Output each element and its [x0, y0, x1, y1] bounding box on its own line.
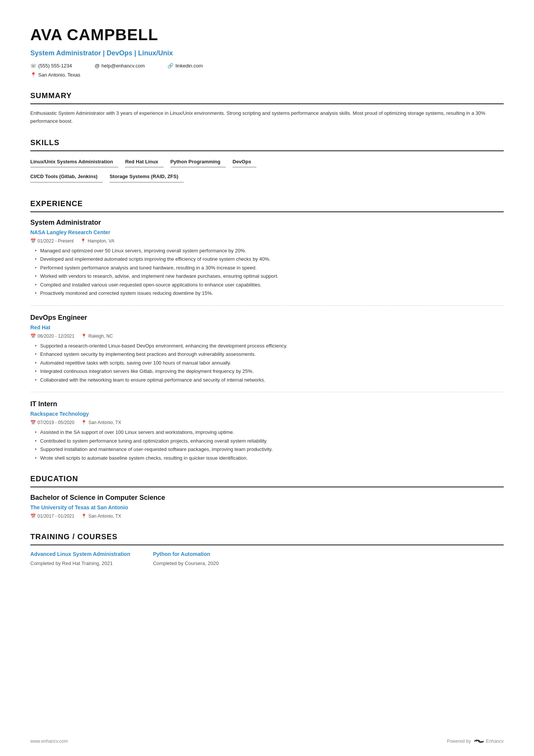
job-2-bullets: Supported a research-oriented Linux-base…: [30, 342, 504, 384]
calendar-icon-3: 📅: [30, 419, 36, 426]
job-2-company: Red Hat: [30, 324, 504, 332]
footer-website: www.enhancv.com: [30, 738, 68, 745]
job-1-meta: 📅 01/2022 - Present 📍 Hampton, VA: [30, 238, 504, 244]
email-contact: @ help@enhancv.com: [95, 62, 145, 70]
candidate-title: System Administrator | DevOps | Linux/Un…: [30, 48, 504, 58]
job-1-title: System Administrator: [30, 218, 504, 228]
summary-title: SUMMARY: [30, 90, 504, 104]
skills-grid: Linux/Unix Systems Administration Red Ha…: [30, 157, 504, 186]
linkedin-contact[interactable]: 🔗 linkedin.com: [167, 62, 203, 70]
job-1-bullets: Managed and optimized over 50 Linux serv…: [30, 247, 504, 297]
edu-entry-1: Bachelor of Science in Computer Science …: [30, 493, 504, 520]
training-section: TRAINING / COURSES Advanced Linux System…: [30, 531, 504, 567]
education-section: EDUCATION Bachelor of Science in Compute…: [30, 473, 504, 520]
skill-3: Python Programming: [170, 157, 226, 168]
job-1-dates: 📅 01/2022 - Present: [30, 238, 73, 244]
skill-2: Red Hat Linux: [125, 157, 163, 168]
job-3: IT Intern Rackspace Technology 📅 07/2019…: [30, 399, 504, 462]
experience-section: EXPERIENCE System Administrator NASA Lan…: [30, 198, 504, 462]
job-3-bullet-4: Wrote shell scripts to automate baseline…: [35, 454, 504, 462]
candidate-name: AVA CAMPBELL: [30, 23, 504, 47]
job-1-bullet-2: Developed and implemented automated scri…: [35, 255, 504, 263]
training-detail-1: Completed by Red Hat Training, 2021: [30, 560, 130, 567]
resume-page: AVA CAMPBELL System Administrator | DevO…: [0, 0, 534, 756]
skills-row-2: CI/CD Tools (Gitlab, Jenkins) Storage Sy…: [30, 171, 504, 185]
training-name-1: Advanced Linux System Administration: [30, 551, 130, 558]
job-2: DevOps Engineer Red Hat 📅 06/2020 - 12/2…: [30, 313, 504, 384]
training-detail-2: Completed by Coursera, 2020: [153, 560, 219, 567]
skills-section: SKILLS Linux/Unix Systems Administration…: [30, 137, 504, 186]
job-3-bullet-2: Contributed to system performance tuning…: [35, 437, 504, 445]
job-2-meta: 📅 06/2020 - 12/2021 📍 Raleigh, NC: [30, 333, 504, 340]
calendar-icon-2: 📅: [30, 333, 36, 340]
job-3-meta: 📅 07/2019 - 05/2020 📍 San Antonio, TX: [30, 419, 504, 426]
job-2-dates: 📅 06/2020 - 12/2021: [30, 333, 74, 340]
job-1-location: 📍 Hampton, VA: [80, 238, 114, 244]
job-2-bullet-5: Collaborated with the networking team to…: [35, 376, 504, 384]
training-title: TRAINING / COURSES: [30, 531, 504, 545]
training-name-2: Python for Automation: [153, 551, 219, 558]
edu-location: 📍 San Antonio, TX: [81, 513, 121, 520]
location-contact: 📍 San Antonio, Texas: [30, 71, 504, 79]
job-3-company: Rackspace Technology: [30, 410, 504, 418]
skills-row-1: Linux/Unix Systems Administration Red Ha…: [30, 157, 504, 170]
training-grid: Advanced Linux System Administration Com…: [30, 551, 504, 567]
header: AVA CAMPBELL System Administrator | DevO…: [30, 23, 504, 78]
enhancv-icon: [474, 738, 484, 744]
job-3-bullets: Assisted in the SA support of over 100 L…: [30, 429, 504, 462]
edu-dates: 📅 01/2017 - 01/2021: [30, 513, 74, 520]
footer-brand: Powered by Enhancv: [447, 738, 504, 745]
skill-4: DevOps: [233, 157, 256, 168]
experience-title: EXPERIENCE: [30, 198, 504, 212]
calendar-icon-edu: 📅: [30, 513, 36, 520]
contact-row: ☏ (555) 555-1234 @ help@enhancv.com 🔗 li…: [30, 62, 504, 70]
job-2-title: DevOps Engineer: [30, 313, 504, 323]
job-2-bullet-2: Enhanced system security by implementing…: [35, 351, 504, 358]
job-1-bullet-5: Compiled and installed various user-requ…: [35, 281, 504, 289]
page-footer: www.enhancv.com Powered by Enhancv: [30, 738, 504, 745]
email-icon: @: [95, 62, 100, 70]
skill-6: Storage Systems (RAID, ZFS): [109, 171, 183, 183]
phone-contact: ☏ (555) 555-1234: [30, 62, 72, 70]
job-1-bullet-3: Performed system performance analysis an…: [35, 264, 504, 272]
job-1-bullet-6: Proactively monitored and corrected syst…: [35, 290, 504, 297]
skill-1: Linux/Unix Systems Administration: [30, 157, 118, 168]
job-divider-2: [30, 392, 504, 392]
job-divider-1: [30, 305, 504, 306]
job-2-bullet-3: Automated repetitive tasks with scripts,…: [35, 359, 504, 367]
location-icon: 📍: [30, 71, 36, 79]
calendar-icon: 📅: [30, 238, 36, 244]
location-icon-job2: 📍: [81, 333, 87, 340]
phone-icon: ☏: [30, 62, 36, 70]
edu-degree: Bachelor of Science in Computer Science: [30, 493, 504, 503]
job-1: System Administrator NASA Langley Resear…: [30, 218, 504, 297]
edu-meta: 📅 01/2017 - 01/2021 📍 San Antonio, TX: [30, 513, 504, 520]
job-1-company: NASA Langley Research Center: [30, 229, 504, 236]
link-icon: 🔗: [167, 62, 173, 70]
job-2-bullet-4: Integrated continuous integration server…: [35, 368, 504, 375]
powered-by-label: Powered by: [447, 738, 471, 745]
job-3-title: IT Intern: [30, 399, 504, 409]
location-icon-job3: 📍: [81, 419, 87, 426]
job-1-bullet-1: Managed and optimized over 50 Linux serv…: [35, 247, 504, 255]
job-3-bullet-3: Supported installation and maintenance o…: [35, 446, 504, 453]
summary-text: Enthusiastic System Administrator with 3…: [30, 110, 504, 125]
enhancv-brand-name: Enhancv: [486, 738, 504, 745]
job-3-bullet-1: Assisted in the SA support of over 100 L…: [35, 429, 504, 436]
skills-title: SKILLS: [30, 137, 504, 151]
training-item-2: Python for Automation Completed by Cours…: [153, 551, 219, 567]
summary-section: SUMMARY Enthusiastic System Administrato…: [30, 90, 504, 125]
job-3-dates: 📅 07/2019 - 05/2020: [30, 419, 74, 426]
skill-5: CI/CD Tools (Gitlab, Jenkins): [30, 171, 103, 183]
education-title: EDUCATION: [30, 473, 504, 487]
job-2-location: 📍 Raleigh, NC: [81, 333, 113, 340]
job-3-location: 📍 San Antonio, TX: [81, 419, 121, 426]
location-icon-edu: 📍: [81, 513, 87, 520]
training-item-1: Advanced Linux System Administration Com…: [30, 551, 130, 567]
enhancv-logo: Enhancv: [474, 738, 504, 745]
job-2-bullet-1: Supported a research-oriented Linux-base…: [35, 342, 504, 350]
location-icon-job1: 📍: [80, 238, 86, 244]
edu-school: The University of Texas at San Antonio: [30, 504, 504, 512]
job-1-bullet-4: Worked with vendors to research, advise,…: [35, 272, 504, 280]
